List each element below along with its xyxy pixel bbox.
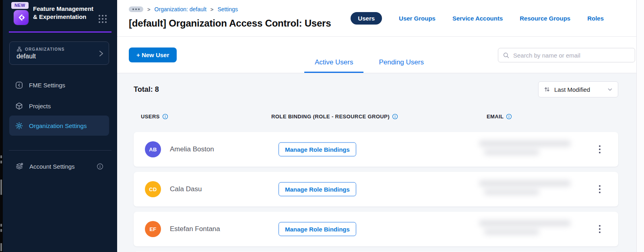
breadcrumb-link-settings[interactable]: Settings [217,6,238,12]
nav-tab-user-groups[interactable]: User Groups [399,15,436,22]
nav-tab-resource-groups[interactable]: Resource Groups [520,15,570,22]
app-window: NEW Feature Management & Experimentation [0,0,644,252]
row-more-menu-icon[interactable] [597,143,603,156]
user-name: Amelia Boston [170,145,214,153]
layers-gear-icon [15,162,24,171]
page-right-gutter [636,0,644,252]
nav-tab-roles[interactable]: Roles [587,15,604,22]
sidebar-item-account-settings[interactable]: Account Settings [9,157,109,176]
tab-active-users[interactable]: Active Users [304,58,363,73]
sidebar-divider [9,150,111,151]
row-more-menu-icon[interactable] [597,183,603,196]
organization-switcher[interactable]: ORGANIZATIONS default [9,41,109,65]
sidebar-item-label: Projects [29,103,51,109]
avatar: AB [145,141,161,157]
brand-divider [9,31,111,33]
users-list-section: Total: 8 Last Modified [117,73,644,252]
fme-logo [14,10,29,25]
toolbar: + New User Active Users Pending Users [117,37,644,73]
org-hierarchy-icon [17,46,22,52]
breadcrumb: > Organization: default > Settings [129,6,238,12]
avatar: EF [145,221,161,237]
cube-icon [15,102,23,110]
user-name: Cala Dasu [170,185,202,193]
sort-value: Last Modified [554,86,603,93]
column-header-email: EMAIL [487,114,504,120]
page-header: > Organization: default > Settings [defa… [117,0,644,37]
row-more-menu-icon[interactable] [597,223,603,235]
user-name: Estefan Fontana [170,225,220,233]
search-input[interactable] [513,52,630,59]
sidebar-item-label: Organization Settings [29,122,87,129]
sidebar: NEW Feature Management & Experimentation [3,0,117,252]
gear-icon [15,122,23,130]
breadcrumb-separator: > [211,6,214,12]
manage-role-bindings-button[interactable]: Manage Role Bindings [279,222,356,236]
fme-settings-icon [15,81,23,89]
sort-dropdown[interactable]: Last Modified [538,81,618,97]
table-row: AB Amelia Boston Manage Role Bindings [134,132,618,167]
email-redacted-blur [479,220,576,238]
user-rows: AB Amelia Boston Manage Role Bindings CD… [134,132,618,252]
access-control-nav: Users User Groups Service Accounts Resou… [351,12,604,25]
breadcrumb-link-organization[interactable]: Organization: default [155,6,206,12]
app-grid-icon[interactable] [99,15,107,23]
table-column-headers: USERS ROLE BINDING (ROLE - RESOURCE GROU… [134,114,618,120]
page-title: [default] Organization Access Control: U… [129,18,331,29]
info-icon[interactable] [506,114,512,120]
new-badge: NEW [11,2,29,9]
sort-arrows-icon [544,86,550,93]
info-icon[interactable] [97,163,103,170]
new-user-button[interactable]: + New User [129,48,177,62]
info-icon[interactable] [392,114,398,120]
table-row: CD Cala Dasu Manage Role Bindings [134,172,618,207]
sidebar-item-fme-settings[interactable]: FME Settings [9,75,109,95]
breadcrumb-ellipsis-button[interactable] [129,6,143,12]
sidebar-item-label: FME Settings [29,82,65,89]
breadcrumb-separator: > [147,6,151,12]
user-state-tabs: Active Users Pending Users [304,58,434,73]
avatar-initials: EF [149,226,156,232]
table-row: EF Estefan Fontana Manage Role Bindings [134,212,618,246]
column-header-users: USERS [141,114,160,120]
product-title: Feature Management & Experimentation [33,5,98,21]
total-count: Total: 8 [134,85,159,94]
column-header-role-binding: ROLE BINDING (ROLE - RESOURCE GROUP) [271,114,390,120]
avatar-initials: AB [149,147,157,153]
org-switcher-value: default [17,53,36,60]
search-icon [503,52,510,59]
manage-role-bindings-button[interactable]: Manage Role Bindings [279,182,356,196]
avatar-initials: CD [149,186,157,192]
sidebar-item-projects[interactable]: Projects [9,96,109,116]
chevron-down-icon [607,87,613,92]
manage-role-bindings-button[interactable]: Manage Role Bindings [279,143,356,157]
info-icon[interactable] [162,114,168,120]
split-chevrons-icon [17,13,26,22]
avatar: CD [145,181,161,197]
sidebar-item-organization-settings[interactable]: Organization Settings [9,116,109,136]
nav-tab-users[interactable]: Users [351,12,382,25]
background-window-sliver [0,0,3,252]
email-redacted-blur [479,180,576,198]
search-box [498,48,635,62]
tab-pending-users[interactable]: Pending Users [368,58,434,73]
sidebar-item-label: Account Settings [29,163,75,170]
chevron-right-icon [98,50,104,57]
nav-tab-service-accounts[interactable]: Service Accounts [452,15,503,22]
email-redacted-blur [479,140,576,158]
main-area: > Organization: default > Settings [defa… [117,0,644,252]
org-switcher-label: ORGANIZATIONS [25,47,65,52]
